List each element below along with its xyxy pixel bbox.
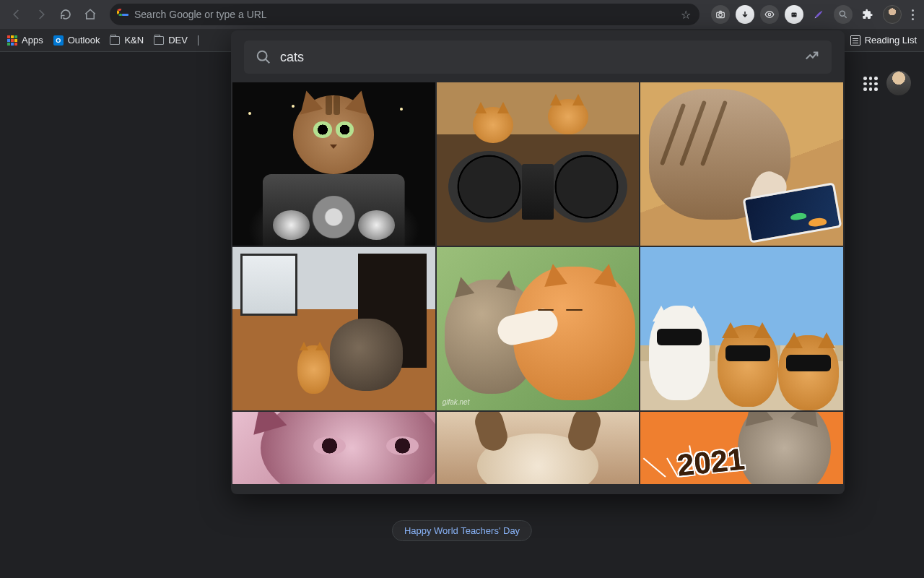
browser-toolbar: Search Google or type a URL ☆ <box>0 0 924 29</box>
gif-result-cat-hug[interactable]: gifak.net <box>437 247 640 410</box>
bookmark-label: K&N <box>124 35 144 46</box>
forward-button <box>30 4 52 25</box>
new-tab-page: Happy World Teachers' Day <box>0 52 924 578</box>
bookmark-label: Outlook <box>68 35 100 46</box>
extension-brush-icon[interactable] <box>809 5 828 24</box>
extension-camera-icon[interactable] <box>711 5 730 24</box>
profile-avatar-button[interactable] <box>883 5 902 24</box>
gif-search-input[interactable] <box>280 50 796 65</box>
gif-result-cat-dj[interactable] <box>437 82 640 246</box>
doodle-chip-label: Happy World Teachers' Day <box>404 525 520 536</box>
home-icon <box>84 8 97 21</box>
reading-list-button[interactable]: Reading List <box>850 35 917 46</box>
google-g-icon <box>117 9 128 20</box>
arrow-right-icon <box>35 8 48 21</box>
google-apps-button[interactable] <box>860 74 881 94</box>
bookmark-label: DEV <box>168 35 188 46</box>
reload-button[interactable] <box>55 4 77 25</box>
folder-icon <box>110 36 120 45</box>
arrow-left-icon <box>10 8 23 21</box>
bookmark-folder-kn[interactable]: K&N <box>110 35 144 46</box>
doodle-chip[interactable]: Happy World Teachers' Day <box>392 520 532 541</box>
bookmark-folder-dev[interactable]: DEV <box>154 35 188 46</box>
gif-search-bar[interactable] <box>244 40 832 74</box>
bookmark-folder-truncated[interactable] <box>198 35 205 46</box>
reload-icon <box>59 8 72 21</box>
back-button <box>6 4 27 25</box>
gif-year-text: 2021 <box>676 441 746 483</box>
trending-button[interactable] <box>804 48 820 66</box>
svg-point-6 <box>840 11 845 16</box>
svg-point-7 <box>258 51 267 61</box>
svg-point-2 <box>768 13 771 16</box>
apps-grid-icon <box>7 35 17 46</box>
extension-save-icon[interactable] <box>736 5 754 24</box>
extension-robot-icon[interactable] <box>785 5 803 24</box>
omnibox[interactable]: Search Google or type a URL ☆ <box>110 4 699 25</box>
bookmark-label: Apps <box>22 35 43 46</box>
gif-result-cat-pink-closeup[interactable] <box>232 412 435 484</box>
gif-result-cat-motorcycle[interactable] <box>232 82 435 246</box>
omnibox-placeholder: Search Google or type a URL <box>134 9 674 20</box>
trending-up-icon <box>804 48 820 64</box>
gif-watermark: gifak.net <box>443 398 470 406</box>
gif-result-cat-sunglasses[interactable] <box>640 247 843 410</box>
gif-result-cat-paws-up[interactable] <box>437 412 640 484</box>
extension-eye-icon[interactable] <box>760 5 779 24</box>
search-icon <box>256 49 271 65</box>
svg-point-4 <box>793 14 794 15</box>
bookmark-star-button[interactable]: ☆ <box>679 8 692 22</box>
bookmark-apps[interactable]: Apps <box>7 35 43 46</box>
bookmark-outlook[interactable]: O Outlook <box>53 35 100 46</box>
svg-point-1 <box>719 13 723 17</box>
extensions-puzzle-button[interactable] <box>858 5 877 24</box>
gif-result-cat-2021[interactable]: 2021 <box>640 412 843 484</box>
account-avatar[interactable] <box>886 71 911 95</box>
reading-list-label: Reading List <box>865 35 917 46</box>
svg-point-5 <box>795 14 796 15</box>
gif-result-cat-kitten-play[interactable] <box>232 247 435 410</box>
folder-icon <box>198 35 205 46</box>
extension-search-icon[interactable] <box>834 5 853 24</box>
extensions-group <box>711 5 918 25</box>
gif-picker-panel: gifak.net <box>231 30 845 494</box>
outlook-icon: O <box>53 35 64 46</box>
gif-results-grid: gifak.net <box>231 82 845 494</box>
home-button[interactable] <box>79 4 101 25</box>
svg-rect-3 <box>792 13 797 17</box>
chrome-menu-button[interactable] <box>907 5 918 25</box>
folder-icon <box>154 36 164 45</box>
gif-result-cat-phone[interactable] <box>640 82 843 246</box>
reading-list-icon <box>850 35 860 46</box>
